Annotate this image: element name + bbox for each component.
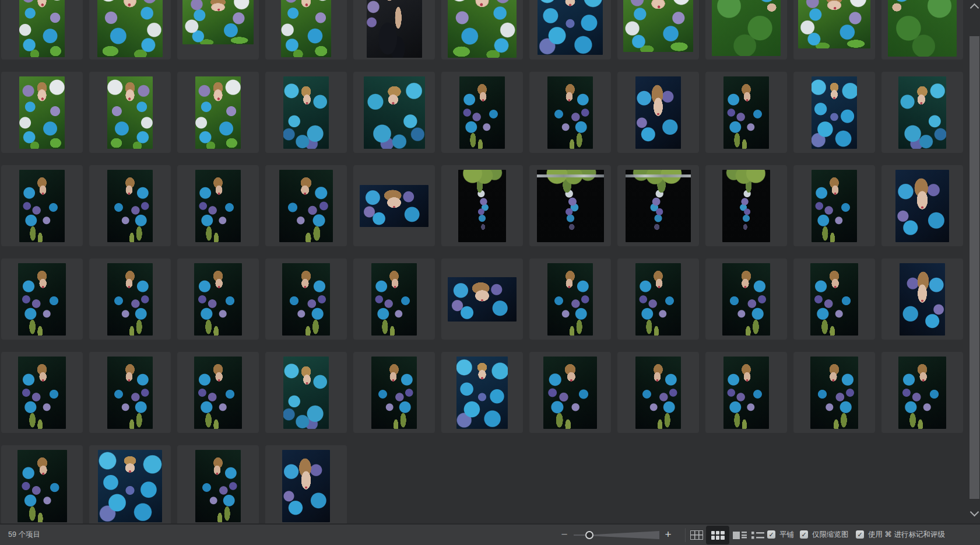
thumbnail-cell[interactable] <box>881 72 963 153</box>
thumbnail-cell[interactable] <box>89 72 171 153</box>
photo-thumbnail <box>194 263 242 336</box>
thumbnail-cell[interactable] <box>881 352 963 433</box>
photo-thumbnail <box>107 357 153 429</box>
thumbnail-cell[interactable] <box>617 0 699 60</box>
thumbnail-cell[interactable] <box>617 352 699 433</box>
cmd-rating-checkbox[interactable]: ✓ <box>856 530 864 539</box>
status-bar: 59 个项目 − + ✓ 平铺 ✓ 仅限缩览图 ✓ 使用 ⌘ 进行标记和评级 <box>0 523 980 545</box>
thumbnail-cell[interactable] <box>265 352 347 433</box>
grid-outline-view-icon[interactable] <box>690 530 703 540</box>
thumbnail-cell[interactable] <box>177 72 259 153</box>
thumbnail-cell[interactable] <box>793 165 875 246</box>
cmd-rating-checkbox-label[interactable]: 使用 ⌘ 进行标记和评级 <box>868 525 945 545</box>
thumbnail-cell[interactable] <box>529 258 611 340</box>
photo-thumbnail <box>18 263 66 336</box>
photo-thumbnail <box>282 450 330 522</box>
thumbnail-cell[interactable] <box>705 165 787 246</box>
thumbnail-cell[interactable] <box>441 165 523 246</box>
thumbnail-cell[interactable] <box>1 258 83 340</box>
thumbnail-cell[interactable] <box>529 352 611 433</box>
thumbnail-cell[interactable] <box>617 72 699 153</box>
thumbnail-cell[interactable] <box>441 72 523 153</box>
thumbnail-cell[interactable] <box>89 352 171 433</box>
thumbnail-cell[interactable] <box>793 352 875 433</box>
thumbnail-cell[interactable] <box>881 0 963 60</box>
thumbnail-cell[interactable] <box>705 258 787 340</box>
thumbnail-cell[interactable] <box>1 352 83 433</box>
thumbnails-only-checkbox-label[interactable]: 仅限缩览图 <box>812 525 849 545</box>
photo-thumbnail <box>371 357 417 429</box>
thumbnail-cell[interactable] <box>353 258 435 340</box>
thumbnail-cell[interactable] <box>617 258 699 340</box>
thumbnail-cell[interactable] <box>441 0 523 60</box>
thumbnail-details-view-icon[interactable] <box>733 531 747 539</box>
thumbnail-cell[interactable] <box>89 0 171 60</box>
photo-thumbnail <box>547 76 593 149</box>
photo-thumbnail <box>367 0 422 58</box>
thumbnail-cell[interactable] <box>353 352 435 433</box>
thumbnail-cell[interactable] <box>1 72 83 153</box>
thumbnail-cell[interactable] <box>793 72 875 153</box>
photo-thumbnail <box>371 263 417 336</box>
thumbnail-cell[interactable] <box>793 0 875 60</box>
photo-thumbnail <box>448 277 517 322</box>
thumbnail-cell[interactable] <box>265 0 347 60</box>
photo-thumbnail <box>195 76 241 149</box>
thumbnail-cell[interactable] <box>177 258 259 340</box>
thumbnail-cell[interactable] <box>353 165 435 246</box>
thumbnail-cell[interactable] <box>529 165 611 246</box>
thumbnail-cell[interactable] <box>1 165 83 246</box>
thumbnail-cell[interactable] <box>353 0 435 60</box>
thumbnail-cell[interactable] <box>705 0 787 60</box>
thumbnail-cell[interactable] <box>89 258 171 340</box>
thumbnail-cell[interactable] <box>881 258 963 340</box>
photo-thumbnail <box>812 170 857 242</box>
thumbnail-cell[interactable] <box>1 445 83 523</box>
thumbnail-cell[interactable] <box>265 258 347 340</box>
photo-thumbnail <box>456 357 508 429</box>
thumbnail-cell[interactable] <box>881 165 963 246</box>
thumbnail-cell[interactable] <box>177 0 259 60</box>
thumbnail-cell[interactable] <box>793 258 875 340</box>
photo-thumbnail <box>194 357 242 429</box>
thumbnail-cell[interactable] <box>617 165 699 246</box>
slider-track-wedge[interactable] <box>591 530 659 540</box>
photo-thumbnail <box>723 76 769 149</box>
thumbnail-cell[interactable] <box>89 165 171 246</box>
thumbnail-cell[interactable] <box>529 0 611 60</box>
thumbnail-cell[interactable] <box>265 72 347 153</box>
thumbnail-cell[interactable] <box>705 352 787 433</box>
thumbnail-cell[interactable] <box>177 445 259 523</box>
thumbnail-cell[interactable] <box>265 445 347 523</box>
photo-thumbnail <box>448 0 517 58</box>
thumbnail-cell[interactable] <box>1 0 83 60</box>
photo-thumbnail <box>626 170 691 242</box>
zoom-out-button[interactable]: − <box>557 525 571 545</box>
photo-thumbnail <box>635 263 681 336</box>
thumbnail-cell[interactable] <box>89 445 171 523</box>
thumbnail-cell[interactable] <box>441 258 523 340</box>
thumbnail-cell[interactable] <box>441 352 523 433</box>
thumbnail-cell[interactable] <box>705 72 787 153</box>
grid-view-button-selected[interactable] <box>706 526 729 544</box>
photo-thumbnail <box>722 170 770 242</box>
thumbnail-cell[interactable] <box>529 72 611 153</box>
slider-knob[interactable] <box>585 531 593 539</box>
thumbnail-cell[interactable] <box>353 72 435 153</box>
thumbnail-cell[interactable] <box>177 352 259 433</box>
list-view-icon[interactable] <box>751 531 764 539</box>
thumbnails-only-checkbox[interactable]: ✓ <box>800 530 808 539</box>
thumbnail-size-slider[interactable] <box>574 525 661 545</box>
photo-thumbnail <box>888 0 957 57</box>
photo-thumbnail <box>458 170 506 242</box>
thumbnail-cell[interactable] <box>177 165 259 246</box>
tile-checkbox-label[interactable]: 平铺 <box>779 525 794 545</box>
photo-thumbnail <box>898 357 946 429</box>
thumbnail-cell[interactable] <box>265 165 347 246</box>
scrollbar-thumb[interactable] <box>970 36 979 499</box>
tile-checkbox[interactable]: ✓ <box>767 530 775 539</box>
photo-thumbnail <box>195 170 241 242</box>
zoom-in-button[interactable]: + <box>661 525 675 545</box>
photo-thumbnail <box>279 170 333 242</box>
photo-thumbnail <box>895 170 949 242</box>
